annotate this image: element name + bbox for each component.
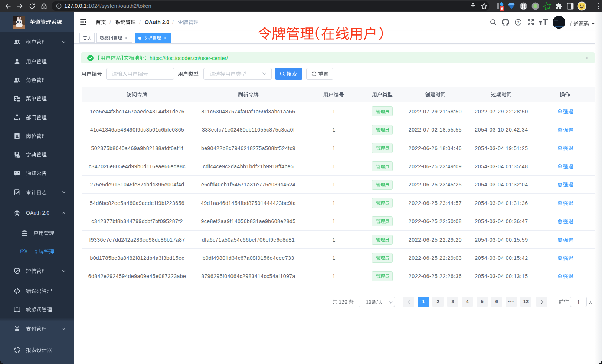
svg-text:?: ? xyxy=(517,20,520,24)
svg-text:9: 9 xyxy=(501,6,503,10)
